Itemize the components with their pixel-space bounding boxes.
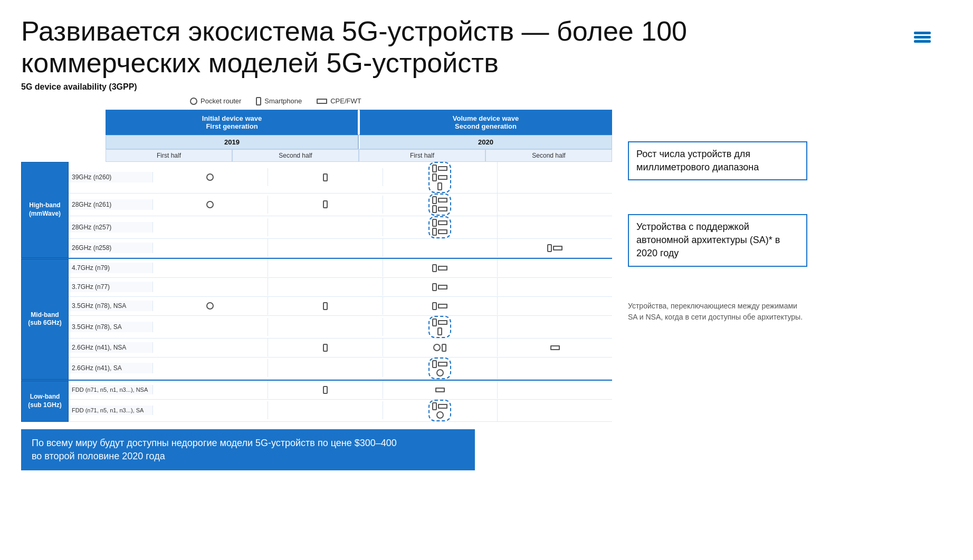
dashed-highlight-sa [428, 316, 451, 338]
cell-m6-c3 [383, 358, 498, 379]
cell-m1-c1 [153, 259, 268, 277]
smartphone-icon [432, 360, 437, 368]
cell-l1-c4 [498, 381, 612, 399]
freq-label: 3.7GHz (n77) [69, 282, 153, 292]
smartphone-icon [437, 327, 442, 335]
page-title: Развивается экосистема 5G-устройств — бо… [21, 16, 865, 79]
freq-label: 2.6GHz (n41), SA [69, 363, 153, 373]
device-icons [432, 283, 447, 291]
cell-h2-c2 [268, 196, 383, 214]
device-icons [547, 244, 562, 252]
table-row: 3.5GHz (n78), NSA [69, 297, 612, 316]
table-row: 3.5GHz (n78), SA [69, 316, 612, 339]
cpe-icon [438, 198, 447, 202]
smartphone-icon [432, 302, 437, 310]
device-table: Initial device waveFirst generation Volu… [21, 110, 612, 470]
device-icons [432, 165, 447, 172]
device-icons [436, 411, 444, 419]
cell-m4-c3 [383, 316, 498, 338]
pocket-router-icon [190, 98, 197, 105]
table-row: 4.7GHz (n79) [69, 259, 612, 278]
smartphone-icon [432, 205, 437, 213]
cell-m1-c3 [383, 259, 498, 277]
cell-h3-c2 [268, 218, 383, 236]
pocket-router-icon [206, 173, 214, 181]
cpe-icon [438, 320, 447, 325]
year-2019: 2019 [106, 135, 359, 149]
bottom-bar-text: По всему миру будут доступны недорогие м… [32, 438, 397, 461]
device-icons [432, 205, 447, 213]
smartphone-icon [432, 165, 437, 172]
cpe-icon [438, 220, 447, 225]
cell-m4-c1 [153, 318, 268, 336]
device-icons [432, 219, 447, 227]
cell-m2-c3 [383, 278, 498, 296]
cell-h4-c4 [498, 239, 612, 257]
cell-m5-c4 [498, 339, 612, 356]
smartphone-icon [432, 402, 437, 410]
cpe-icon [438, 229, 447, 234]
device-icons [432, 196, 447, 204]
half-2019-first: First half [106, 149, 232, 162]
cell-m1-c4 [498, 259, 612, 277]
band-label-lowband: Low-band(sub 1GHz) [21, 381, 69, 422]
freq-label: 28GHz (n257) [69, 222, 153, 233]
cell-h4-c3 [383, 239, 498, 257]
half-2020-first: First half [359, 149, 485, 162]
band-label-highband: High-band(mmWave) [21, 162, 69, 258]
device-icons [432, 173, 447, 181]
cell-m4-c4 [498, 318, 612, 336]
footnote: Устройства, переключающиеся между режима… [628, 301, 807, 323]
cpe-icon [438, 285, 447, 289]
smartphone-icon [323, 302, 328, 310]
cell-h4-c2 [268, 239, 383, 257]
smartphone-icon [323, 344, 328, 352]
band-midband: Mid-band(sub 6GHz) 4.7GHz (n79) [21, 259, 612, 381]
cell-h1-c4 [498, 168, 612, 186]
cpe-icon [317, 99, 327, 104]
device-icons [437, 327, 442, 335]
bottom-bar: По всему миру будут доступны недорогие м… [21, 429, 475, 470]
header-col-volume: Volume device waveSecond generation [359, 110, 612, 135]
half-2019-second: Second half [232, 149, 359, 162]
smartphone-icon [256, 97, 261, 105]
table-row: 2.6GHz (n41), NSA [69, 339, 612, 358]
dashed-highlight-sa3 [428, 400, 451, 421]
smartphone-icon [323, 200, 328, 208]
table-row: FDD (n71, n5, n1, n3...), SA [69, 400, 612, 422]
annotation-mmwave: Рост числа устройств для миллиметрового … [628, 141, 807, 180]
cell-h3-c3 [383, 216, 498, 238]
cell-m1-c2 [268, 259, 383, 277]
cpe-icon [553, 246, 562, 250]
cell-l2-c2 [268, 401, 383, 419]
annotations-panel: Рост числа устройств для миллиметрового … [612, 110, 952, 323]
table-row: 39GHz (n260) [69, 162, 612, 194]
dashed-highlight [428, 162, 451, 193]
cell-m3-c1 [153, 297, 268, 315]
band-label-midband: Mid-band(sub 6GHz) [21, 259, 69, 380]
device-icons [432, 360, 447, 368]
pocket-router-icon [436, 411, 444, 419]
ericsson-logo [914, 32, 931, 43]
cell-m5-c2 [268, 339, 383, 356]
cell-m2-c1 [153, 278, 268, 296]
header-col-initial: Initial device waveFirst generation [106, 110, 359, 135]
header-row: Initial device waveFirst generation Volu… [106, 110, 612, 135]
cell-h2-c4 [498, 196, 612, 214]
freq-label: 3.5GHz (n78), SA [69, 322, 153, 332]
device-icons [432, 318, 447, 326]
dashed-highlight [428, 216, 451, 238]
cell-l2-c4 [498, 401, 612, 419]
device-icons [432, 302, 447, 310]
smartphone-icon [323, 386, 328, 394]
legend-cpe: CPE/FWT [317, 97, 361, 105]
cell-m2-c4 [498, 278, 612, 296]
cpe-icon [438, 166, 447, 171]
cell-h1-c2 [268, 168, 383, 186]
cpe-icon [550, 345, 560, 350]
device-icons [432, 228, 447, 236]
cpe-icon [438, 304, 447, 308]
cpe-icon [438, 207, 447, 211]
legend: Pocket router Smartphone CPE/FWT [190, 97, 952, 105]
table-row: 26GHz (n258) [69, 239, 612, 258]
